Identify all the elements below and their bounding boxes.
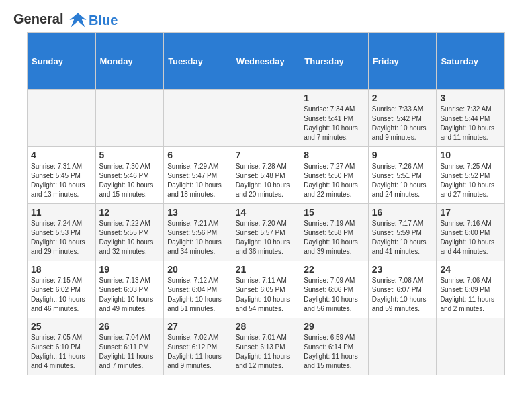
day-info: Sunrise: 7:02 AM Sunset: 6:12 PM Dayligh…	[167, 333, 228, 371]
day-number: 12	[99, 207, 161, 218]
day-number: 21	[236, 264, 297, 275]
day-info: Sunrise: 6:59 AM Sunset: 6:14 PM Dayligh…	[304, 333, 365, 371]
logo: General Blue	[13, 11, 118, 30]
calendar-cell-w0-d1	[95, 90, 164, 147]
calendar: SundayMondayTuesdayWednesdayThursdayFrid…	[27, 32, 505, 375]
day-number: 14	[236, 207, 297, 218]
day-info: Sunrise: 7:34 AM Sunset: 5:41 PM Dayligh…	[304, 105, 365, 142]
header: General Blue	[0, 0, 532, 32]
day-number: 17	[440, 207, 501, 218]
day-number: 22	[304, 264, 365, 275]
calendar-cell-w3-d4: 22Sunrise: 7:09 AM Sunset: 6:06 PM Dayli…	[300, 261, 369, 318]
day-info: Sunrise: 7:19 AM Sunset: 5:58 PM Dayligh…	[304, 219, 365, 257]
logo-blue: Blue	[89, 13, 118, 28]
day-info: Sunrise: 7:01 AM Sunset: 6:13 PM Dayligh…	[236, 333, 297, 371]
calendar-cell-w1-d1: 5Sunrise: 7:30 AM Sunset: 5:46 PM Daylig…	[95, 147, 164, 204]
calendar-cell-w2-d4: 15Sunrise: 7:19 AM Sunset: 5:58 PM Dayli…	[300, 204, 369, 261]
weekday-header-sunday: Sunday	[28, 33, 96, 90]
day-number: 5	[99, 150, 161, 161]
day-info: Sunrise: 7:17 AM Sunset: 5:59 PM Dayligh…	[372, 219, 433, 257]
day-number: 4	[31, 150, 92, 161]
day-number: 23	[372, 264, 433, 275]
day-number: 19	[99, 264, 161, 275]
calendar-cell-w2-d3: 14Sunrise: 7:20 AM Sunset: 5:57 PM Dayli…	[232, 204, 300, 261]
day-number: 3	[440, 93, 501, 103]
calendar-cell-w3-d3: 21Sunrise: 7:11 AM Sunset: 6:05 PM Dayli…	[232, 261, 300, 318]
day-number: 16	[372, 207, 433, 218]
weekday-header-wednesday: Wednesday	[232, 33, 300, 90]
day-info: Sunrise: 7:22 AM Sunset: 5:55 PM Dayligh…	[99, 219, 161, 257]
calendar-cell-w4-d3: 28Sunrise: 7:01 AM Sunset: 6:13 PM Dayli…	[232, 318, 300, 375]
calendar-cell-w1-d4: 8Sunrise: 7:27 AM Sunset: 5:50 PM Daylig…	[300, 147, 369, 204]
weekday-header-thursday: Thursday	[300, 33, 369, 90]
calendar-cell-w4-d2: 27Sunrise: 7:02 AM Sunset: 6:12 PM Dayli…	[164, 318, 232, 375]
logo-general: General	[13, 11, 63, 26]
weekday-header-tuesday: Tuesday	[164, 33, 232, 90]
day-info: Sunrise: 7:24 AM Sunset: 5:53 PM Dayligh…	[31, 219, 92, 257]
day-info: Sunrise: 7:11 AM Sunset: 6:05 PM Dayligh…	[236, 276, 297, 314]
day-number: 15	[304, 207, 365, 218]
day-number: 20	[167, 264, 228, 275]
calendar-cell-w2-d6: 17Sunrise: 7:16 AM Sunset: 6:00 PM Dayli…	[437, 204, 505, 261]
day-number: 1	[304, 93, 365, 103]
day-info: Sunrise: 7:30 AM Sunset: 5:46 PM Dayligh…	[99, 162, 161, 199]
calendar-cell-w0-d2	[164, 90, 232, 147]
day-number: 11	[31, 207, 92, 218]
day-number: 28	[236, 321, 297, 332]
day-info: Sunrise: 7:29 AM Sunset: 5:47 PM Dayligh…	[167, 162, 228, 199]
calendar-cell-w4-d5	[368, 318, 437, 375]
weekday-header-monday: Monday	[95, 33, 164, 90]
day-info: Sunrise: 7:06 AM Sunset: 6:09 PM Dayligh…	[440, 276, 501, 314]
day-number: 26	[99, 321, 161, 332]
calendar-cell-w1-d3: 7Sunrise: 7:28 AM Sunset: 5:48 PM Daylig…	[232, 147, 300, 204]
calendar-cell-w1-d5: 9Sunrise: 7:26 AM Sunset: 5:51 PM Daylig…	[368, 147, 437, 204]
day-info: Sunrise: 7:31 AM Sunset: 5:45 PM Dayligh…	[31, 162, 92, 199]
day-number: 25	[31, 321, 92, 332]
calendar-cell-w2-d0: 11Sunrise: 7:24 AM Sunset: 5:53 PM Dayli…	[28, 204, 96, 261]
calendar-cell-w4-d1: 26Sunrise: 7:04 AM Sunset: 6:11 PM Dayli…	[95, 318, 164, 375]
day-number: 7	[236, 150, 297, 161]
day-info: Sunrise: 7:09 AM Sunset: 6:06 PM Dayligh…	[304, 276, 365, 314]
day-number: 9	[372, 150, 433, 161]
day-number: 10	[440, 150, 501, 161]
day-info: Sunrise: 7:25 AM Sunset: 5:52 PM Dayligh…	[440, 162, 501, 199]
calendar-wrapper: SundayMondayTuesdayWednesdayThursdayFrid…	[0, 32, 532, 389]
day-info: Sunrise: 7:13 AM Sunset: 6:03 PM Dayligh…	[99, 276, 161, 314]
day-number: 2	[372, 93, 433, 103]
day-info: Sunrise: 7:08 AM Sunset: 6:07 PM Dayligh…	[372, 276, 433, 314]
calendar-cell-w1-d6: 10Sunrise: 7:25 AM Sunset: 5:52 PM Dayli…	[437, 147, 505, 204]
calendar-cell-w3-d0: 18Sunrise: 7:15 AM Sunset: 6:02 PM Dayli…	[28, 261, 96, 318]
weekday-header-saturday: Saturday	[437, 33, 505, 90]
calendar-cell-w4-d6	[437, 318, 505, 375]
day-info: Sunrise: 7:26 AM Sunset: 5:51 PM Dayligh…	[372, 162, 433, 199]
weekday-header-friday: Friday	[368, 33, 437, 90]
calendar-cell-w1-d0: 4Sunrise: 7:31 AM Sunset: 5:45 PM Daylig…	[28, 147, 96, 204]
day-info: Sunrise: 7:16 AM Sunset: 6:00 PM Dayligh…	[440, 219, 501, 257]
day-number: 29	[304, 321, 365, 332]
day-number: 27	[167, 321, 228, 332]
calendar-cell-w3-d5: 23Sunrise: 7:08 AM Sunset: 6:07 PM Dayli…	[368, 261, 437, 318]
calendar-cell-w2-d5: 16Sunrise: 7:17 AM Sunset: 5:59 PM Dayli…	[368, 204, 437, 261]
calendar-cell-w0-d4: 1Sunrise: 7:34 AM Sunset: 5:41 PM Daylig…	[300, 90, 369, 147]
calendar-cell-w4-d4: 29Sunrise: 6:59 AM Sunset: 6:14 PM Dayli…	[300, 318, 369, 375]
calendar-cell-w0-d6: 3Sunrise: 7:32 AM Sunset: 5:44 PM Daylig…	[437, 90, 505, 147]
calendar-cell-w3-d1: 19Sunrise: 7:13 AM Sunset: 6:03 PM Dayli…	[95, 261, 164, 318]
day-number: 8	[304, 150, 365, 161]
day-info: Sunrise: 7:32 AM Sunset: 5:44 PM Dayligh…	[440, 105, 501, 142]
day-info: Sunrise: 7:04 AM Sunset: 6:11 PM Dayligh…	[99, 333, 161, 371]
calendar-cell-w2-d2: 13Sunrise: 7:21 AM Sunset: 5:56 PM Dayli…	[164, 204, 232, 261]
svg-marker-0	[69, 13, 86, 28]
day-number: 24	[440, 264, 501, 275]
day-info: Sunrise: 7:27 AM Sunset: 5:50 PM Dayligh…	[304, 162, 365, 199]
day-info: Sunrise: 7:15 AM Sunset: 6:02 PM Dayligh…	[31, 276, 92, 314]
calendar-cell-w4-d0: 25Sunrise: 7:05 AM Sunset: 6:10 PM Dayli…	[28, 318, 96, 375]
day-number: 6	[167, 150, 228, 161]
day-info: Sunrise: 7:05 AM Sunset: 6:10 PM Dayligh…	[31, 333, 92, 371]
day-info: Sunrise: 7:33 AM Sunset: 5:42 PM Dayligh…	[372, 105, 433, 142]
day-info: Sunrise: 7:12 AM Sunset: 6:04 PM Dayligh…	[167, 276, 228, 314]
calendar-cell-w2-d1: 12Sunrise: 7:22 AM Sunset: 5:55 PM Dayli…	[95, 204, 164, 261]
calendar-cell-w0-d0	[28, 90, 96, 147]
day-number: 18	[31, 264, 92, 275]
day-info: Sunrise: 7:20 AM Sunset: 5:57 PM Dayligh…	[236, 219, 297, 257]
day-number: 13	[167, 207, 228, 218]
